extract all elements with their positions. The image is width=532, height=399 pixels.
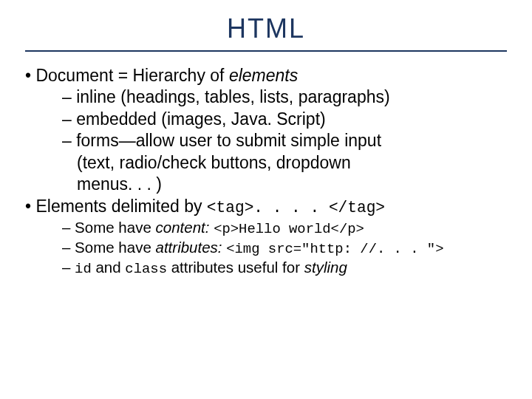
text: inline (headings, tables, lists, paragra… — [76, 87, 389, 106]
bullet-attributes: Some have attributes: <img src="http: //… — [25, 238, 507, 258]
code-id: id — [75, 261, 92, 277]
text-em: styling — [304, 259, 347, 276]
text: and — [92, 259, 126, 276]
text: embedded (images, Java. Script) — [76, 109, 326, 129]
slide: HTML Document = Hierarchy of elements in… — [0, 0, 532, 399]
text: menus. . . ) — [77, 174, 162, 194]
text: (text, radio/check buttons, dropdown — [77, 153, 351, 172]
code-p: <p>Hello world</p> — [214, 221, 364, 237]
bullet-forms-cont1: (text, radio/check buttons, dropdown — [25, 152, 507, 174]
code-tag: <tag>. . . . </tag> — [207, 199, 385, 216]
title-divider — [25, 50, 507, 52]
content-body: Document = Hierarchy of elements inline … — [25, 65, 507, 278]
text: Elements delimited by — [35, 197, 206, 216]
text-em: elements — [229, 66, 298, 85]
bullet-embedded: embedded (images, Java. Script) — [25, 109, 507, 130]
bullet-forms: forms—allow user to submit simple input — [25, 130, 507, 151]
text-em: content: — [156, 219, 214, 236]
bullet-content: Some have content: <p>Hello world</p> — [25, 218, 507, 238]
text: attributes useful for — [167, 259, 304, 276]
text: Some have — [75, 239, 155, 256]
code-img: <img src="http: //. . . "> — [226, 241, 443, 257]
page-title: HTML — [25, 13, 507, 44]
sub-bullets-small: Some have content: <p>Hello world</p> So… — [25, 218, 507, 278]
text: Some have — [75, 219, 155, 236]
code-class: class — [125, 261, 167, 277]
bullet-forms-cont2: menus. . . ) — [25, 174, 507, 195]
bullet-inline: inline (headings, tables, lists, paragra… — [25, 86, 507, 108]
bullet-elements-delimited: Elements delimited by <tag>. . . . </tag… — [25, 196, 507, 218]
text-em: attributes: — [156, 239, 227, 256]
bullet-id-class: id and class attributes useful for styli… — [25, 258, 507, 278]
bullet-document-hierarchy: Document = Hierarchy of elements — [25, 65, 507, 86]
text: Document = Hierarchy of — [35, 66, 228, 85]
text: forms—allow user to submit simple input — [76, 131, 381, 150]
